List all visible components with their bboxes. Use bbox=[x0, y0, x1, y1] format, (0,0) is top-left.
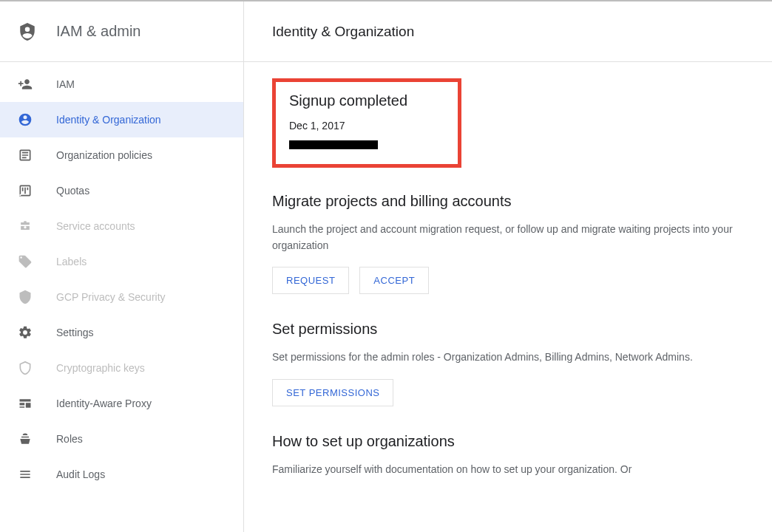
document-icon bbox=[18, 148, 33, 163]
page-title: Identity & Organization bbox=[272, 24, 414, 40]
sidebar: IAM & admin IAM Identity & Organization … bbox=[0, 1, 244, 532]
sidebar-nav: IAM Identity & Organization Organization… bbox=[0, 62, 243, 492]
sidebar-title: IAM & admin bbox=[56, 23, 140, 40]
add-person-icon bbox=[18, 77, 33, 92]
list-icon bbox=[18, 467, 33, 482]
signup-completed-box: Signup completed Dec 1, 2017 bbox=[272, 78, 461, 168]
sidebar-item-label: Service accounts bbox=[56, 220, 135, 232]
migrate-button-row: REQUEST ACCEPT bbox=[272, 267, 744, 294]
main-panel: Identity & Organization Signup completed… bbox=[244, 1, 772, 532]
sidebar-item-labels[interactable]: Labels bbox=[0, 244, 243, 279]
section-body: Launch the project and account migration… bbox=[272, 222, 744, 253]
service-accounts-icon bbox=[18, 219, 33, 233]
person-circle-icon bbox=[18, 112, 33, 127]
sidebar-item-roles[interactable]: Roles bbox=[0, 421, 243, 457]
sidebar-item-quotas[interactable]: Quotas bbox=[0, 173, 243, 208]
request-button[interactable]: REQUEST bbox=[272, 267, 349, 294]
sidebar-item-identity-organization[interactable]: Identity & Organization bbox=[0, 102, 243, 137]
proxy-icon bbox=[18, 396, 33, 411]
sidebar-item-label: Quotas bbox=[56, 185, 89, 197]
sidebar-item-organization-policies[interactable]: Organization policies bbox=[0, 137, 243, 173]
sidebar-item-label: Audit Logs bbox=[56, 468, 105, 480]
sidebar-item-audit-logs[interactable]: Audit Logs bbox=[0, 457, 243, 492]
sidebar-item-label: Organization policies bbox=[56, 149, 152, 161]
sidebar-item-label: IAM bbox=[56, 78, 75, 90]
sidebar-item-label: Roles bbox=[56, 433, 83, 445]
signup-completed-date: Dec 1, 2017 bbox=[289, 120, 444, 132]
sidebar-item-identity-aware-proxy[interactable]: Identity-Aware Proxy bbox=[0, 386, 243, 421]
gear-icon bbox=[18, 325, 33, 340]
section-heading: Migrate projects and billing accounts bbox=[272, 193, 744, 210]
section-heading: How to set up organizations bbox=[272, 433, 744, 450]
redacted-identity bbox=[289, 140, 378, 149]
sidebar-header: IAM & admin bbox=[0, 1, 243, 62]
sidebar-item-label: Cryptographic keys bbox=[56, 362, 145, 374]
iam-admin-shield-icon bbox=[18, 21, 37, 43]
accept-button[interactable]: ACCEPT bbox=[359, 267, 429, 294]
main-header: Identity & Organization bbox=[244, 1, 772, 62]
shield-icon bbox=[18, 290, 33, 304]
section-permissions: Set permissions Set permissions for the … bbox=[272, 321, 744, 406]
sidebar-item-label: GCP Privacy & Security bbox=[56, 291, 166, 303]
sidebar-item-label: Settings bbox=[56, 327, 94, 338]
permissions-button-row: SET PERMISSIONS bbox=[272, 379, 744, 406]
tag-icon bbox=[18, 254, 33, 269]
sidebar-item-iam[interactable]: IAM bbox=[0, 66, 243, 102]
sidebar-item-cryptographic-keys[interactable]: Cryptographic keys bbox=[0, 350, 243, 386]
set-permissions-button[interactable]: SET PERMISSIONS bbox=[272, 379, 393, 406]
sidebar-item-settings[interactable]: Settings bbox=[0, 315, 243, 350]
section-body: Set permissions for the admin roles - Or… bbox=[272, 349, 744, 366]
section-howto: How to set up organizations Familiarize … bbox=[272, 433, 744, 478]
sidebar-item-label: Labels bbox=[56, 256, 87, 267]
section-migrate: Migrate projects and billing accounts La… bbox=[272, 193, 744, 294]
quotas-icon bbox=[18, 183, 33, 198]
main-content: Signup completed Dec 1, 2017 Migrate pro… bbox=[244, 62, 772, 522]
sidebar-item-gcp-privacy-security[interactable]: GCP Privacy & Security bbox=[0, 279, 243, 315]
section-heading: Set permissions bbox=[272, 321, 744, 338]
roles-icon bbox=[18, 432, 33, 446]
signup-completed-title: Signup completed bbox=[289, 92, 444, 109]
section-body: Familiarize yourself with documentation … bbox=[272, 462, 744, 478]
shield-outline-icon bbox=[18, 361, 33, 375]
sidebar-item-label: Identity-Aware Proxy bbox=[56, 398, 152, 409]
sidebar-item-service-accounts[interactable]: Service accounts bbox=[0, 208, 243, 244]
sidebar-item-label: Identity & Organization bbox=[56, 114, 161, 126]
